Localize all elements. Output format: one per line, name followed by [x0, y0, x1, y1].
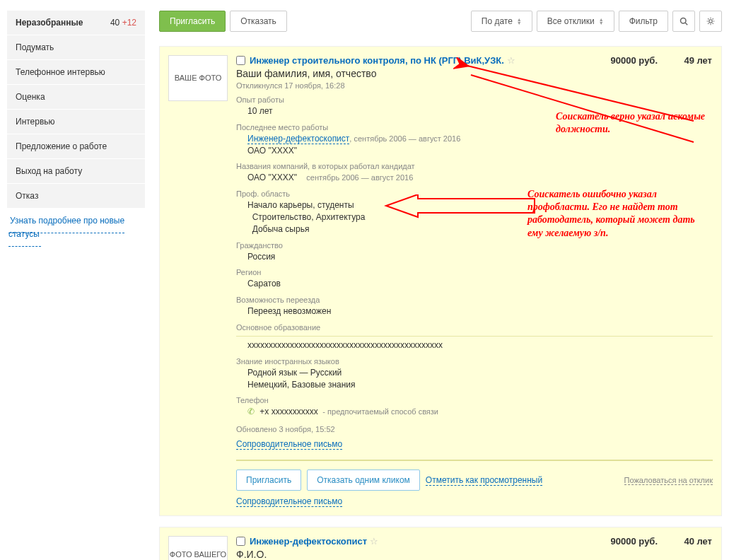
sidebar-item-think[interactable]: Подумать — [7, 35, 145, 60]
annotation-text: Соискатель верно указал искомые должност… — [556, 110, 711, 136]
select-checkbox[interactable] — [236, 56, 245, 65]
phone-label: Телефон — [236, 396, 713, 404]
sidebar: Неразобранные 40 +12 Подумать Телефонное… — [7, 11, 145, 560]
search-icon — [680, 17, 688, 25]
footer-invite-button[interactable]: Пригласить — [236, 469, 301, 491]
sidebar-item-label: Телефонное интервью — [16, 67, 105, 77]
svg-point-2 — [709, 20, 713, 23]
filter-button[interactable]: Фильтр — [619, 11, 668, 32]
experience-label: Опыт работы — [236, 95, 713, 104]
settings-button[interactable] — [699, 11, 722, 32]
main-content: Пригласить Отказать По дате ▲▼ Все откли… — [159, 11, 722, 560]
phone-note: - предпочитаемый способ связи — [322, 407, 438, 416]
updated-at: Обновлено 3 ноября, 15:52 — [236, 425, 713, 433]
sidebar-count: 40 — [110, 18, 119, 28]
sidebar-learn-link[interactable]: Узнать подробнее про новые статусы — [8, 209, 124, 247]
resume-title-link[interactable]: Инженер строительного контроля, по НК (Р… — [250, 55, 504, 66]
response-card: ФОТО ВАШЕГО КОНКУ - РЕНТА Инженер-дефект… — [159, 527, 722, 560]
companies-label: Названия компаний, в которых работал кан… — [236, 162, 713, 170]
relocate-value: Переезд невозможен — [236, 305, 713, 317]
complain-link[interactable]: Пожаловаться на отклик — [624, 476, 713, 485]
sidebar-item-label: Отказ — [16, 191, 38, 201]
sort-arrows-icon: ▲▼ — [517, 18, 522, 25]
cover-letter-link[interactable]: Сопроводительное письмо — [236, 439, 342, 450]
gear-icon — [706, 17, 715, 25]
sidebar-item-assessment[interactable]: Оценка — [7, 85, 145, 110]
age: 49 лет — [684, 55, 712, 66]
languages-label: Знание иностранных языков — [236, 357, 713, 366]
education-value: хххххххххххххххххххххххххххххххххххххххх… — [236, 339, 713, 351]
footer-reject-button[interactable]: Отказать одним кликом — [307, 469, 420, 491]
last-job-company: ОАО "ХХХХ" — [247, 146, 297, 156]
mark-viewed-link[interactable]: Отметить как просмотренный — [426, 475, 542, 486]
profarea-value: Строительство, Архитектура — [252, 212, 366, 222]
cover-letter-link[interactable]: Сопроводительное письмо — [236, 496, 342, 507]
citizenship-label: Гражданство — [236, 241, 713, 250]
sidebar-item-label: Неразобранные — [16, 18, 83, 28]
star-icon[interactable]: ☆ — [370, 536, 378, 547]
education-label: Основное образование — [236, 323, 713, 332]
phone-icon: ✆ — [247, 406, 255, 418]
sidebar-item-label: Предложение о работе — [16, 141, 107, 151]
sort-by-date-button[interactable]: По дате ▲▼ — [471, 11, 532, 32]
sidebar-item-label: Выход на работу — [16, 166, 82, 176]
resume-title-link[interactable]: Инженер-дефектоскопист — [250, 536, 367, 547]
profarea-value: Добыча сырья — [252, 224, 310, 234]
relocate-label: Возможность переезда — [236, 296, 713, 304]
companies-value: ОАО "ХХХХ" — [247, 173, 297, 182]
sidebar-item-reject[interactable]: Отказ — [7, 184, 145, 209]
select-checkbox[interactable] — [236, 537, 245, 546]
photo-placeholder: ВАШЕ ФОТО — [168, 55, 228, 101]
topbar: Пригласить Отказать По дате ▲▼ Все откли… — [159, 11, 722, 32]
language-value: Немецкий, Базовые знания — [247, 380, 356, 390]
responded-at: Откликнулся 17 ноября, 16:28 — [236, 81, 713, 90]
sidebar-item-offer[interactable]: Предложение о работе — [7, 134, 145, 159]
profarea-value: Начало карьеры, студенты — [247, 200, 354, 210]
sidebar-item-interview[interactable]: Интервью — [7, 110, 145, 134]
candidate-name: Ф.И.О. — [236, 549, 713, 560]
salary: 90000 руб. — [611, 536, 658, 547]
sort-arrows-icon: ▲▼ — [599, 18, 604, 25]
response-card: ВАШЕ ФОТО Инженер строительного контроля… — [159, 46, 722, 516]
salary: 90000 руб. — [611, 55, 658, 66]
sidebar-item-label: Интервью — [16, 117, 55, 127]
annotation-text: Соискатель ошибочно указал профобласти. … — [527, 188, 711, 240]
last-job-role[interactable]: Инженер-дефектоскопист — [247, 134, 349, 144]
divider — [236, 336, 713, 337]
star-icon[interactable]: ☆ — [507, 55, 515, 66]
sidebar-item-label: Подумать — [16, 42, 54, 52]
photo-placeholder: ФОТО ВАШЕГО КОНКУ - РЕНТА — [168, 536, 228, 560]
search-button[interactable] — [672, 11, 695, 32]
filter-responses-label: Все отклики — [547, 16, 595, 26]
region-value: Саратов — [236, 278, 713, 290]
reject-button[interactable]: Отказать — [230, 11, 287, 32]
svg-line-1 — [685, 23, 687, 25]
sidebar-item-label: Оценка — [16, 92, 45, 102]
sort-label: По дате — [482, 16, 513, 26]
region-label: Регион — [236, 268, 713, 276]
invite-button[interactable]: Пригласить — [159, 11, 226, 32]
sidebar-item-unsorted[interactable]: Неразобранные 40 +12 — [7, 11, 145, 35]
card-footer: Пригласить Отказать одним кликом Отметит… — [236, 460, 713, 491]
citizenship-value: Россия — [236, 251, 713, 263]
sidebar-item-phone[interactable]: Телефонное интервью — [7, 60, 145, 85]
last-job-dates: , сентябрь 2006 — август 2016 — [349, 134, 460, 143]
phone-value: +х ххххххххххх — [259, 407, 317, 416]
candidate-name: Ваши фамилия, имя, отчество — [236, 68, 713, 79]
svg-point-0 — [681, 18, 687, 24]
language-value: Родной язык — Русский — [247, 368, 342, 378]
all-responses-button[interactable]: Все отклики ▲▼ — [537, 11, 614, 32]
sidebar-count-new: +12 — [122, 18, 136, 28]
age: 40 лет — [684, 536, 712, 547]
companies-dates: сентябрь 2006 — август 2016 — [306, 173, 413, 182]
sidebar-item-onboard[interactable]: Выход на работу — [7, 159, 145, 184]
